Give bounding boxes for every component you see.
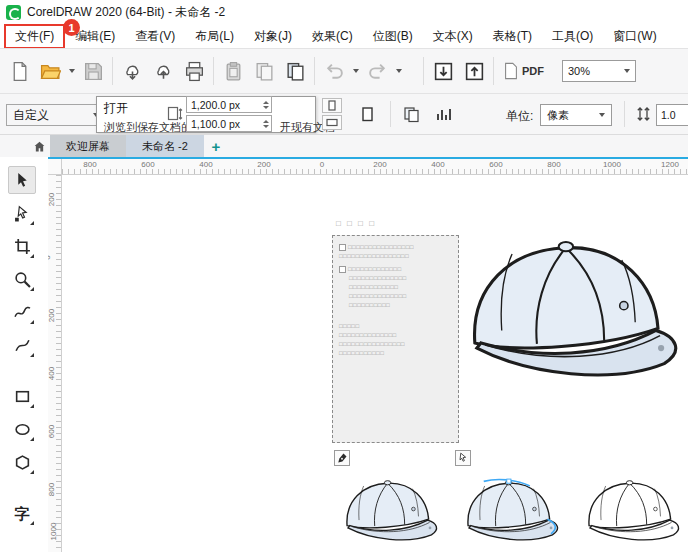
height-spinner[interactable] [263,120,269,128]
separator [112,57,113,85]
shape-tool[interactable] [8,199,36,227]
ruler-label: 0 [48,255,52,259]
menu-effects[interactable]: 效果(C) [302,24,363,48]
save-button[interactable] [78,54,108,88]
stacked-pages-icon [403,106,420,123]
text-tool[interactable]: 字 [8,499,36,527]
paste-icon [223,61,244,82]
hint-line: □□□□□□□□□□□□□□ [349,274,407,283]
print-button[interactable] [179,54,209,88]
new-tab-button[interactable]: + [204,135,228,157]
landscape-button[interactable] [322,115,342,130]
copy-button[interactable] [249,54,279,88]
menu-tools[interactable]: 工具(O) [542,24,603,48]
save-to-cloud-button[interactable] [148,54,178,88]
ruler-label: 800 [83,160,96,169]
step-badge: 1 [63,19,80,36]
nudge-distance-field[interactable]: 1.0 [656,104,688,126]
rectangle-tool[interactable] [8,382,36,410]
vertical-ruler[interactable]: 200 0 200 400 600 800 1000 [48,175,62,552]
page-layout-button[interactable] [398,101,424,127]
open-button[interactable] [35,54,65,88]
menu-bitmaps[interactable]: 位图(B) [363,24,423,48]
chevron-down-icon [69,69,75,73]
pick-tool[interactable] [8,166,36,194]
page-preset-value: 自定义 [13,107,49,124]
welcome-home-button[interactable] [28,135,50,157]
import-icon [433,61,454,82]
text-tool-icon: 字 [15,506,30,521]
property-bar: 自定义 打开 浏览到保存文档的 开现有文档 1,200.0 px 1,100.0… [0,94,688,135]
page-size-icon [166,105,184,123]
zoom-tool[interactable] [8,265,36,293]
hint-line: □□□□□□□□□□□□□□□□□ [339,252,409,261]
hint-line: □□□□□□□□□□□□□ [348,265,402,274]
tab-welcome-screen[interactable]: 欢迎屏幕 [50,135,126,157]
ruler-label: 400 [199,160,212,169]
menu-view[interactable]: 查看(V) [125,24,185,48]
tab-untitled-2[interactable]: 未命名 -2 [126,135,204,157]
units-combo[interactable]: 像素 [540,104,612,126]
publish-pdf-button[interactable]: PDF [498,54,549,88]
new-document-button[interactable] [4,54,34,88]
open-from-cloud-button[interactable] [117,54,147,88]
page-preset-combo[interactable]: 自定义 [6,104,106,126]
import-button[interactable] [428,54,458,88]
portrait-button[interactable] [322,98,342,113]
paste-button[interactable] [218,54,248,88]
hint-thumbnail-3 [574,448,688,552]
print-icon [184,61,205,82]
open-dropdown[interactable] [66,54,77,88]
units-value: 像素 [547,108,569,123]
width-spinner[interactable] [263,101,269,109]
page-columns-button[interactable] [430,101,456,127]
menu-layout[interactable]: 布局(L) [185,24,244,48]
redo-dropdown[interactable] [393,54,404,88]
chevron-down-icon [396,69,402,73]
separator [390,101,391,127]
hint-line: □□□□□□□□□□□□□□□□ [339,340,405,349]
ruler-label: 1000 [603,160,621,169]
ruler-label: 600 [489,160,502,169]
page-height-field[interactable]: 1,100.0 px [186,115,272,132]
separator [314,57,315,85]
undo-button[interactable] [319,54,349,88]
drawing-canvas[interactable]: □ □ □ □ □□□□□□□□□□□□□□□□ □□□□□□□□□□□□□□□… [62,175,688,552]
ruler-origin[interactable] [48,159,62,175]
menu-window[interactable]: 窗口(W) [603,24,666,48]
horizontal-ruler[interactable]: 800 600 400 200 0 200 400 600 800 1000 1… [62,159,688,175]
separator [213,57,214,85]
menu-object[interactable]: 对象(J) [244,24,302,48]
open-folder-icon [40,61,61,82]
single-page-icon [359,106,376,123]
duplicate-button[interactable] [280,54,310,88]
standard-toolbar: PDF 30% [0,48,688,94]
menu-table[interactable]: 表格(T) [483,24,542,48]
portrait-icon [327,100,337,111]
export-button[interactable] [459,54,489,88]
shape-tool-badge [455,450,471,466]
polygon-tool[interactable] [8,448,36,476]
crop-tool[interactable] [8,232,36,260]
cloud-upload-icon [153,61,174,82]
hint-line: □□□□□□□□□□□□□□ [339,331,397,340]
menu-file[interactable]: 文件(F) [4,24,65,48]
artistic-media-tool[interactable] [8,331,36,359]
cap-step-3 [578,474,684,552]
page-width-field[interactable]: 1,200.0 px [186,96,272,113]
rectangle-tool-icon [14,388,31,405]
freehand-tool[interactable] [8,298,36,326]
redo-button[interactable] [362,54,392,88]
artistic-media-icon [14,337,31,354]
undo-dropdown[interactable] [350,54,361,88]
hint-line: □□□□□□□□□□ [349,301,390,310]
ellipse-tool[interactable] [8,415,36,443]
separator [423,57,424,85]
menu-text[interactable]: 文本(X) [423,24,483,48]
toolbox: 字 [8,166,42,532]
current-page-button[interactable] [354,101,380,127]
zoom-level-combo[interactable]: 30% [562,60,636,82]
hint-line: □□□□□□□□□□□□□□ [349,292,407,301]
ellipse-tool-icon [14,421,31,438]
pen-tool-badge [334,450,350,466]
